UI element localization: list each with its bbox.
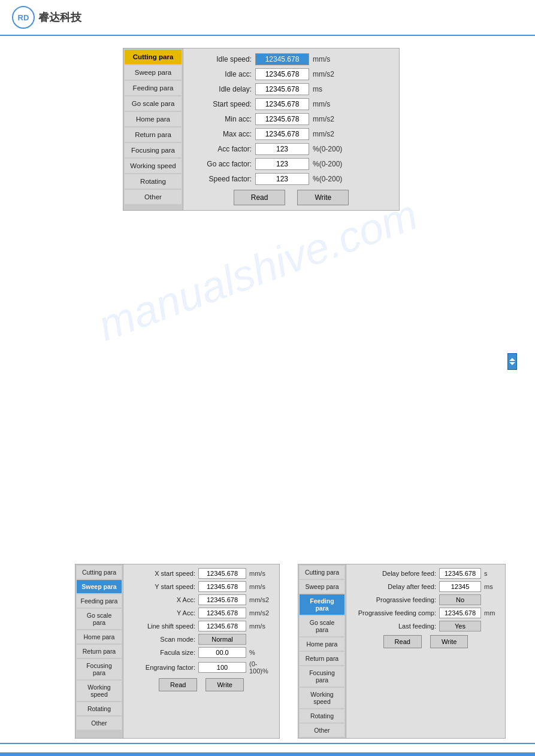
br-delay-after-feed-label: Delay after feed: xyxy=(352,583,436,590)
br-sidebar-rotating[interactable]: Rotating xyxy=(300,709,344,722)
idle-speed-input[interactable] xyxy=(255,53,309,65)
bl-sidebar-return-para[interactable]: Return para xyxy=(77,645,122,658)
sidebar-item-sweep-para[interactable]: Sweep para xyxy=(125,65,182,80)
bl-sidebar-home-para[interactable]: Home para xyxy=(77,630,122,643)
br-last-feeding-input[interactable] xyxy=(439,621,481,631)
speed-factor-label: Speed factor: xyxy=(192,175,252,183)
logo-rd: RD xyxy=(12,6,35,29)
top-read-button[interactable]: Read xyxy=(234,190,286,205)
logo-name: 睿达科技 xyxy=(38,10,81,25)
idle-delay-label: Idle delay: xyxy=(192,85,252,93)
sidebar-item-home-para[interactable]: Home para xyxy=(125,112,182,126)
acc-factor-input[interactable] xyxy=(255,143,309,155)
br-sidebar-feeding-para[interactable]: Feeding para xyxy=(300,594,344,615)
idle-acc-unit: mm/s2 xyxy=(313,70,349,78)
br-sidebar-go-scale-para[interactable]: Go scale para xyxy=(300,616,344,636)
sidebar-item-other[interactable]: Other xyxy=(125,190,182,204)
acc-factor-label: Acc factor: xyxy=(192,145,252,153)
bl-line-shift-speed-row: Line shift speed: mm/s xyxy=(129,621,273,631)
idle-acc-label: Idle acc: xyxy=(192,70,252,78)
bl-y-start-speed-unit: mm/s xyxy=(249,583,273,590)
scroll-down-icon xyxy=(509,362,515,365)
bl-x-start-speed-unit: mm/s xyxy=(249,570,273,577)
bl-y-start-speed-label: Y start speed: xyxy=(129,583,195,590)
br-prograssive-feeding-input[interactable] xyxy=(439,594,481,605)
bl-scan-mode-label: Scan mode: xyxy=(129,636,195,643)
idle-speed-label: Idle speed: xyxy=(192,55,252,63)
br-delay-after-feed-unit: ms xyxy=(484,583,499,590)
speed-factor-input[interactable] xyxy=(255,173,309,185)
bl-y-acc-unit: mm/s2 xyxy=(249,609,273,617)
br-sidebar-focusing-para[interactable]: Focusing para xyxy=(300,666,344,687)
bl-scan-mode-row: Scan mode: xyxy=(129,634,273,645)
min-acc-unit: mm/s2 xyxy=(313,115,349,123)
start-speed-label: Start speed: xyxy=(192,100,252,108)
bottom-right-buttons: Read Write xyxy=(352,635,499,648)
bl-y-start-speed-input[interactable] xyxy=(198,581,246,592)
bl-sidebar-feeding-para[interactable]: Feeding para xyxy=(77,594,122,608)
br-delay-before-feed-input[interactable] xyxy=(439,568,481,579)
bottom-left-sidebar: Cutting para Sweep para Feeding para Go … xyxy=(75,564,123,738)
br-read-button[interactable]: Read xyxy=(383,635,422,648)
bl-sidebar-focusing-para[interactable]: Focusing para xyxy=(77,659,122,679)
bl-sidebar-rotating[interactable]: Rotating xyxy=(77,702,122,715)
bl-line-shift-speed-input[interactable] xyxy=(198,621,246,631)
bl-y-acc-row: Y Acc: mm/s2 xyxy=(129,608,273,618)
min-acc-input[interactable] xyxy=(255,113,309,125)
sidebar-item-return-para[interactable]: Return para xyxy=(125,127,182,142)
bl-x-start-speed-row: X start speed: mm/s xyxy=(129,568,273,579)
bl-sidebar-sweep-para[interactable]: Sweep para xyxy=(77,580,122,593)
bl-sidebar-cutting-para[interactable]: Cutting para xyxy=(77,566,122,579)
bl-facula-size-unit: % xyxy=(249,649,273,656)
bl-x-acc-label: X Acc: xyxy=(129,596,195,603)
br-prograssive-feeding-comp-unit: mm xyxy=(484,609,499,617)
speed-factor-unit: %(0-200) xyxy=(313,175,349,183)
go-acc-factor-input[interactable] xyxy=(255,158,309,170)
br-delay-after-feed-input[interactable] xyxy=(439,581,481,592)
sidebar-item-focusing-para[interactable]: Focusing para xyxy=(125,143,182,157)
bl-sidebar-working-speed[interactable]: Working speed xyxy=(77,681,122,701)
bl-sidebar-go-scale-para[interactable]: Go scale para xyxy=(77,609,122,629)
go-acc-factor-label: Go acc factor: xyxy=(192,160,252,168)
idle-delay-input[interactable] xyxy=(255,83,309,95)
footer xyxy=(0,752,535,756)
bl-read-button[interactable]: Read xyxy=(159,678,197,691)
idle-acc-input[interactable] xyxy=(255,68,309,80)
sidebar-item-feeding-para[interactable]: Feeding para xyxy=(125,81,182,95)
go-acc-factor-unit: %(0-200) xyxy=(313,160,349,168)
bl-write-button[interactable]: Write xyxy=(205,678,243,691)
br-sidebar-sweep-para[interactable]: Sweep para xyxy=(300,580,344,593)
br-prograssive-feeding-comp-input[interactable] xyxy=(439,608,481,618)
sidebar-item-go-scale-para[interactable]: Go scale para xyxy=(125,96,182,111)
top-panel-sidebar: Cutting para Sweep para Feeding para Go … xyxy=(123,48,183,210)
br-sidebar-cutting-para[interactable]: Cutting para xyxy=(300,566,344,579)
bl-facula-size-input[interactable] xyxy=(198,647,246,658)
scroll-indicator[interactable] xyxy=(507,353,517,370)
max-acc-label: Max acc: xyxy=(192,130,252,138)
br-sidebar-working-speed[interactable]: Working speed xyxy=(300,688,344,708)
bl-x-start-speed-input[interactable] xyxy=(198,568,246,579)
br-prograssive-feeding-row: Prograssive feeding: xyxy=(352,594,499,605)
top-write-button[interactable]: Write xyxy=(297,190,349,205)
br-delay-before-feed-label: Delay before feed: xyxy=(352,570,436,577)
bl-y-acc-input[interactable] xyxy=(198,608,246,618)
bottom-left-buttons: Read Write xyxy=(129,678,273,691)
top-panel-buttons: Read Write xyxy=(192,190,391,205)
bl-x-acc-input[interactable] xyxy=(198,594,246,605)
br-write-button[interactable]: Write xyxy=(430,635,468,648)
bl-sidebar-other[interactable]: Other xyxy=(77,716,122,730)
sidebar-item-working-speed[interactable]: Working speed xyxy=(125,159,182,173)
start-speed-input[interactable] xyxy=(255,98,309,110)
br-sidebar-return-para[interactable]: Return para xyxy=(300,652,344,665)
sidebar-item-cutting-para[interactable]: Cutting para xyxy=(125,50,182,64)
idle-delay-unit: ms xyxy=(313,85,349,93)
speed-factor-row: Speed factor: %(0-200) xyxy=(192,173,391,185)
br-sidebar-other[interactable]: Other xyxy=(300,724,344,737)
header: RD 睿达科技 xyxy=(0,0,535,36)
max-acc-input[interactable] xyxy=(255,128,309,140)
bl-scan-mode-input[interactable] xyxy=(198,634,246,645)
sidebar-item-rotating[interactable]: Rotating xyxy=(125,174,182,189)
idle-speed-unit: mm/s xyxy=(313,55,349,63)
bl-engraving-factor-input[interactable] xyxy=(198,662,246,673)
br-sidebar-home-para[interactable]: Home para xyxy=(300,637,344,651)
